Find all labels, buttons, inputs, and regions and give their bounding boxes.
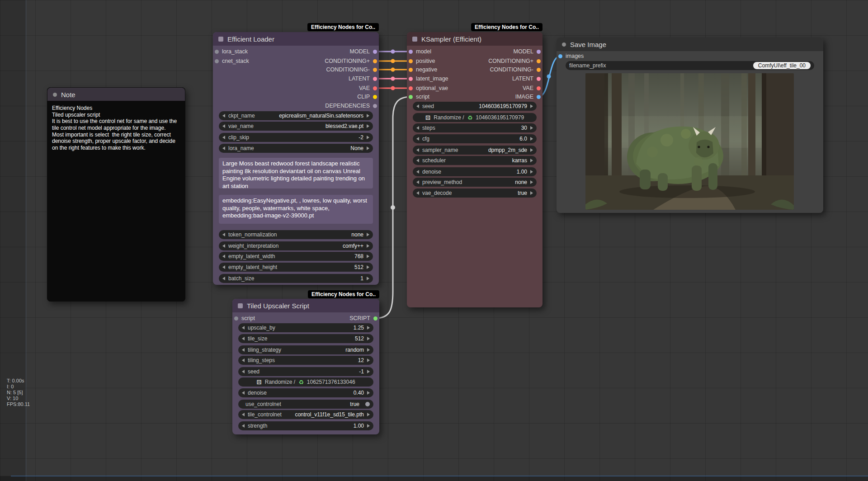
next-value-icon[interactable] <box>367 233 369 236</box>
next-value-icon[interactable] <box>530 104 533 108</box>
ckpt-name-widget[interactable]: ckpt_name epicrealism_naturalSin.safeten… <box>219 111 373 120</box>
prev-value-icon[interactable] <box>222 277 225 280</box>
port-dot[interactable] <box>537 95 541 99</box>
vae-decode-widget[interactable]: vae_decode true <box>413 189 537 198</box>
lora-name-widget[interactable]: lora_name None <box>219 144 373 153</box>
next-value-icon[interactable] <box>367 358 370 362</box>
prev-value-icon[interactable] <box>416 180 419 184</box>
prev-value-icon[interactable] <box>416 104 419 108</box>
prev-value-icon[interactable] <box>222 124 225 128</box>
prev-value-icon[interactable] <box>222 255 225 258</box>
next-value-icon[interactable] <box>367 136 369 139</box>
tiling-strategy-widget[interactable]: tiling_strategy random <box>238 345 373 354</box>
next-value-icon[interactable] <box>530 159 533 162</box>
prev-value-icon[interactable] <box>222 136 225 139</box>
prev-value-icon[interactable] <box>242 370 245 373</box>
seed-widget[interactable]: seed 1046036195170979 <box>413 102 537 111</box>
port-dot[interactable] <box>234 316 238 321</box>
empty-latent-height-widget[interactable]: empty_latent_height 512 <box>219 263 373 272</box>
port-dot[interactable] <box>373 86 377 90</box>
randomize-button[interactable]: ⚄ Randomize / ♻ 1062571376133046 <box>238 377 373 387</box>
next-value-icon[interactable] <box>367 326 370 330</box>
vae-name-widget[interactable]: vae_name blessed2.vae.pt <box>219 122 373 131</box>
prev-value-icon[interactable] <box>416 159 419 162</box>
next-value-icon[interactable] <box>367 146 369 150</box>
port-dot[interactable] <box>537 50 541 54</box>
seed-widget[interactable]: seed -1 <box>238 367 373 376</box>
port-dot[interactable] <box>373 59 377 63</box>
prev-value-icon[interactable] <box>222 233 225 236</box>
prev-value-icon[interactable] <box>416 170 419 174</box>
preview-method-widget[interactable]: preview_method none <box>413 178 537 187</box>
denoise-widget[interactable]: denoise 1.00 <box>413 167 537 176</box>
batch-size-widget[interactable]: batch_size 1 <box>219 274 373 283</box>
cfg-widget[interactable]: cfg 6.0 <box>413 134 537 143</box>
port-dot[interactable] <box>409 95 413 99</box>
scheduler-widget[interactable]: scheduler karras <box>413 156 537 165</box>
next-value-icon[interactable] <box>530 170 533 174</box>
next-value-icon[interactable] <box>367 370 370 373</box>
prev-value-icon[interactable] <box>222 146 225 150</box>
boolean-toggle-dot[interactable] <box>365 402 370 406</box>
next-value-icon[interactable] <box>530 137 533 141</box>
prev-value-icon[interactable] <box>242 337 245 340</box>
next-value-icon[interactable] <box>530 148 533 152</box>
port-dot[interactable] <box>537 59 541 63</box>
port-dot[interactable] <box>373 95 377 99</box>
next-value-icon[interactable] <box>367 277 369 280</box>
port-dot[interactable] <box>215 50 219 54</box>
upscale-by-widget[interactable]: upscale_by 1.25 <box>238 323 373 332</box>
strength-widget[interactable]: strength 1.00 <box>238 421 373 430</box>
clip-skip-widget[interactable]: clip_skip -2 <box>219 133 373 142</box>
filename-prefix-widget[interactable]: filename_prefix ComfyUI\eff_tile_00 <box>566 61 814 70</box>
prev-value-icon[interactable] <box>222 244 225 248</box>
next-value-icon[interactable] <box>530 180 533 184</box>
prev-value-icon[interactable] <box>416 126 419 130</box>
port-dot[interactable] <box>409 50 413 54</box>
randomize-button[interactable]: ⚄ Randomize / ♻ 1046036195170979 <box>413 113 537 122</box>
port-dot[interactable] <box>537 77 541 81</box>
next-value-icon[interactable] <box>367 391 370 395</box>
port-dot[interactable] <box>409 68 413 72</box>
next-value-icon[interactable] <box>367 255 369 258</box>
next-value-icon[interactable] <box>367 124 369 128</box>
port-dot[interactable] <box>409 86 413 90</box>
use-controlnet-widget[interactable]: use_controlnet true <box>238 400 373 409</box>
port-dot[interactable] <box>409 59 413 63</box>
prev-value-icon[interactable] <box>416 148 419 152</box>
node-title-bar[interactable]: KSampler (Efficient) <box>407 32 542 46</box>
port-dot[interactable] <box>537 86 541 90</box>
denoise-widget[interactable]: denoise 0.40 <box>238 388 373 397</box>
collapse-icon[interactable] <box>218 37 223 42</box>
filename-prefix-value[interactable]: ComfyUI\eff_tile_00 <box>753 62 811 69</box>
prev-value-icon[interactable] <box>222 265 225 269</box>
port-dot[interactable] <box>373 316 377 321</box>
collapse-icon[interactable] <box>562 42 566 47</box>
tiling-steps-widget[interactable]: tiling_steps 12 <box>238 356 373 365</box>
prev-value-icon[interactable] <box>242 413 245 416</box>
tile-controlnet-widget[interactable]: tile_controlnet control_v11f1e_sd15_tile… <box>238 410 373 419</box>
collapse-icon[interactable] <box>53 93 57 97</box>
port-dot[interactable] <box>373 68 377 72</box>
next-value-icon[interactable] <box>367 413 370 416</box>
prev-value-icon[interactable] <box>416 191 419 195</box>
prev-value-icon[interactable] <box>222 114 225 118</box>
next-value-icon[interactable] <box>530 126 533 130</box>
next-value-icon[interactable] <box>367 114 369 118</box>
port-dot[interactable] <box>537 68 541 72</box>
sampler-name-widget[interactable]: sampler_name dpmpp_2m_sde <box>413 146 537 155</box>
prev-value-icon[interactable] <box>242 326 245 330</box>
node-title-bar[interactable]: Efficient Loader <box>213 32 379 46</box>
prev-value-icon[interactable] <box>416 137 419 141</box>
node-title-bar[interactable]: Save Image <box>557 38 823 51</box>
next-value-icon[interactable] <box>367 244 369 248</box>
next-value-icon[interactable] <box>367 337 370 340</box>
positive-prompt-textarea[interactable]: Large Moss beast redwood forest landscap… <box>219 158 373 189</box>
port-dot[interactable] <box>373 77 377 81</box>
token-normalization-widget[interactable]: token_normalization none <box>219 230 373 239</box>
port-dot[interactable] <box>373 50 377 54</box>
port-dot[interactable] <box>215 59 219 63</box>
next-value-icon[interactable] <box>367 265 369 269</box>
node-title-bar[interactable]: Tiled Upscaler Script <box>232 299 379 312</box>
next-value-icon[interactable] <box>367 348 370 352</box>
